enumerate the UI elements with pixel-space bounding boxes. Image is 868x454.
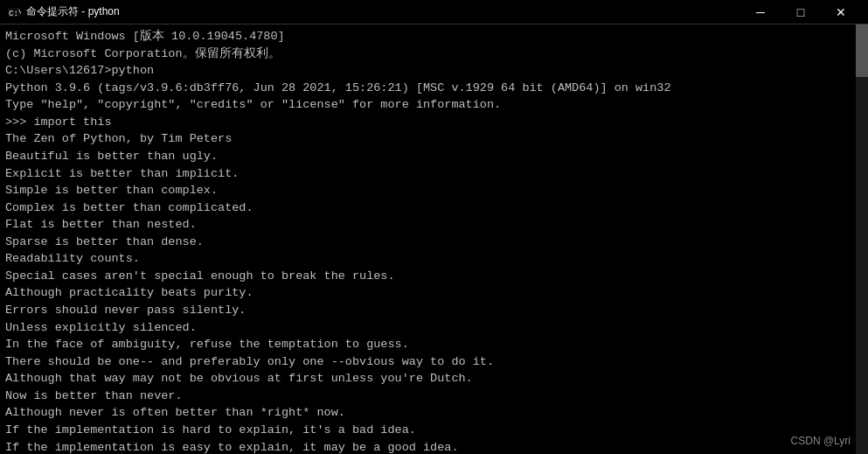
minimize-button[interactable]: ─ [740,0,781,24]
window-title: 命令提示符 - python [26,4,120,19]
terminal-line: Readability counts. [5,250,863,268]
terminal-line: Beautiful is better than ugly. [5,148,863,165]
terminal-line: Flat is better than nested. [5,216,863,234]
terminal-line: The Zen of Python, by Tim Peters [5,130,863,148]
watermark: CSDN @Lyri [791,434,851,449]
terminal-line: Microsoft Windows [版本 10.0.19045.4780] [5,28,863,45]
terminal-line: Type "help", "copyright", "credits" or "… [5,96,863,114]
terminal-line: Simple is better than complex. [5,182,863,199]
terminal-line: Errors should never pass silently. [5,302,863,319]
maximize-button[interactable]: □ [781,0,821,24]
close-button[interactable]: ✕ [821,0,861,24]
terminal-line: There should be one-- and preferably onl… [5,353,863,371]
terminal-line: >>> import this [5,114,863,131]
svg-text:C:\: C:\ [9,10,21,18]
terminal-line: Now is better than never. [5,388,863,405]
terminal-line: C:\Users\12617>python [5,62,863,80]
title-bar-controls: ─ □ ✕ [740,0,861,24]
terminal-line: Although never is often better than *rig… [5,404,863,422]
terminal-line: If the implementation is hard to explain… [5,422,863,439]
cmd-icon: C:\ [7,5,21,19]
scrollbar[interactable] [856,24,868,454]
terminal-line: Python 3.9.6 (tags/v3.9.6:db3ff76, Jun 2… [5,80,863,97]
terminal-line: In the face of ambiguity, refuse the tem… [5,336,863,353]
terminal-line: Explicit is better than implicit. [5,165,863,183]
title-bar-left: C:\ 命令提示符 - python [7,4,120,19]
terminal-output: Microsoft Windows [版本 10.0.19045.4780](c… [5,28,863,454]
scrollbar-thumb[interactable] [856,24,868,77]
terminal-line: (c) Microsoft Corporation。保留所有权利。 [5,45,863,63]
title-bar: C:\ 命令提示符 - python ─ □ ✕ [0,0,868,24]
terminal-body[interactable]: Microsoft Windows [版本 10.0.19045.4780](c… [0,24,868,454]
terminal-line: Sparse is better than dense. [5,234,863,251]
terminal-line: Although practicality beats purity. [5,284,863,302]
terminal-line: If the implementation is easy to explain… [5,439,863,455]
terminal-line: Special cases aren't special enough to b… [5,268,863,285]
terminal-line: Unless explicitly silenced. [5,319,863,337]
terminal-window: C:\ 命令提示符 - python ─ □ ✕ Microsoft Windo… [0,0,868,454]
terminal-line: Although that way may not be obvious at … [5,370,863,388]
terminal-line: Complex is better than complicated. [5,199,863,217]
